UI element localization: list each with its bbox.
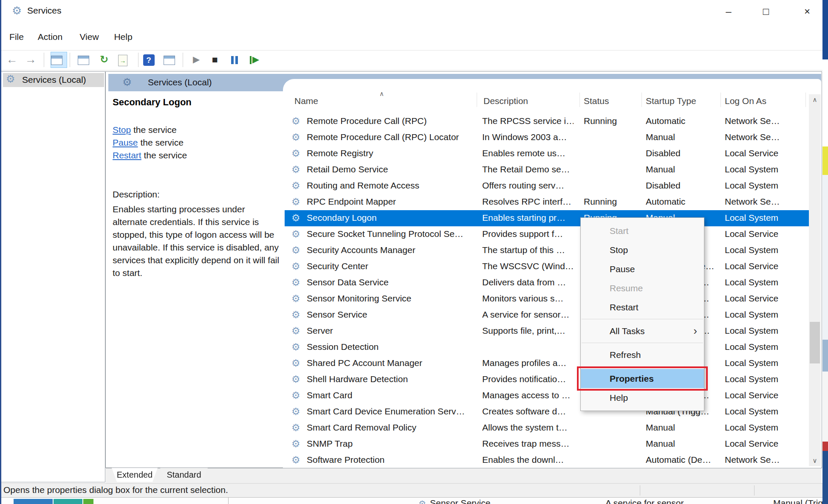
pause-link[interactable]: Pause [113, 138, 138, 147]
back-icon[interactable]: ← [4, 52, 20, 68]
menu-item-stop[interactable]: Stop [581, 240, 704, 259]
services-app-icon: ⚙ [12, 4, 22, 17]
menu-file[interactable]: File [6, 29, 27, 45]
table-row[interactable]: ⚙Remote Procedure Call (RPC) LocatorIn W… [285, 130, 809, 146]
background-window-sliver [822, 451, 828, 504]
table-row[interactable]: ⚙Sensor Data ServiceDelivers data from …… [285, 275, 809, 291]
pause-service-action: Pause the service [113, 138, 184, 148]
column-header-logon-as[interactable]: Log On As [725, 96, 766, 106]
table-row[interactable]: ⚙Shared PC Account ManagerManages profil… [285, 355, 809, 372]
show-hide-panes-icon[interactable] [161, 52, 177, 68]
service-startup-type: Automatic (De… [646, 455, 721, 465]
table-row[interactable]: ⚙Remote RegistryEnables remote us…Disabl… [285, 146, 809, 162]
table-row[interactable]: ⚙ServerSupports file, print,…Automatic (… [285, 323, 809, 339]
table-row[interactable]: ⚙Security CenterThe WSCSVC (Wind…Manual … [285, 259, 809, 275]
service-description: Enables remote us… [482, 148, 574, 158]
window-title: Services [27, 6, 62, 16]
menu-item-start: Start [581, 221, 704, 240]
menu-item-restart[interactable]: Restart [581, 298, 704, 317]
menu-item-refresh[interactable]: Refresh [581, 345, 704, 364]
tab-standard[interactable]: Standard [160, 468, 208, 482]
window-left-border [0, 0, 1, 504]
menu-item-pause[interactable]: Pause [581, 259, 704, 279]
restart-link[interactable]: Restart [113, 150, 141, 160]
status-bar-text: Opens the properties dialog box for the … [3, 485, 228, 495]
table-row[interactable]: ⚙Session DetectionLocal System [285, 339, 809, 355]
background-fragment: Sensor Service [430, 498, 490, 504]
column-header-startup-type[interactable]: Startup Type [646, 96, 696, 106]
background-window-sliver [822, 59, 828, 146]
table-row[interactable]: ⚙Sensor Monitoring ServiceMonitors vario… [285, 291, 809, 307]
menu-view[interactable]: View [76, 29, 102, 45]
show-console-tree-icon[interactable] [51, 52, 67, 68]
column-header-status[interactable]: Status [584, 96, 609, 106]
table-row[interactable]: ⚙Smart Card Removal PolicyAllows the sys… [285, 420, 809, 436]
scroll-up-icon[interactable]: ∧ [809, 94, 821, 105]
table-row[interactable]: ⚙RPC Endpoint MapperResolves RPC interf…… [285, 194, 809, 210]
stop-link[interactable]: Stop [113, 125, 131, 135]
scroll-down-icon[interactable]: ∨ [809, 455, 821, 466]
column-separator [477, 93, 477, 107]
close-button[interactable]: × [794, 3, 820, 20]
column-separator [641, 93, 642, 107]
export-list-icon[interactable]: → [115, 52, 130, 68]
menu-action[interactable]: Action [35, 29, 65, 45]
service-name: RPC Endpoint Mapper [307, 197, 479, 207]
column-header-name[interactable]: Name [294, 96, 318, 106]
table-row[interactable]: ⚙Routing and Remote AccessOffers routing… [285, 178, 809, 194]
service-logon-as: Local System [725, 422, 808, 433]
service-logon-as: Local System [725, 326, 808, 336]
service-rows: ⚙Remote Procedure Call (RPC)The RPCSS se… [285, 113, 809, 468]
service-gear-icon: ⚙ [291, 261, 300, 272]
table-row[interactable]: ⚙Security Accounts ManagerThe startup of… [285, 242, 809, 259]
selected-service-title: Secondary Logon [113, 97, 192, 108]
service-gear-icon: ⚙ [291, 390, 300, 401]
table-row[interactable]: ⚙Shell Hardware DetectionProvides notifi… [285, 372, 809, 388]
table-row[interactable]: ⚙Remote Procedure Call (RPC)The RPCSS se… [285, 113, 809, 130]
tab-extended[interactable]: Extended [112, 468, 158, 482]
table-row[interactable]: ⚙SNMP TrapReceives trap mess…ManualLocal… [285, 436, 809, 452]
column-separator [579, 93, 580, 107]
background-fragment: A service for sensor [605, 498, 684, 504]
service-description: Resolves RPC interf… [482, 197, 574, 207]
help-icon[interactable]: ? [141, 52, 156, 68]
table-row[interactable]: ⚙Retail Demo ServiceThe Retail Demo se…M… [285, 162, 809, 178]
vertical-scrollbar[interactable]: ∧ ∨ [809, 94, 821, 466]
service-description: The RPCSS service i… [482, 116, 574, 126]
table-row[interactable]: ⚙Smart Card Device Enumeration Serv…Crea… [285, 404, 809, 420]
service-name: Security Accounts Manager [307, 245, 479, 255]
console-tree-panel [1, 71, 105, 482]
table-row[interactable]: ⚙Software ProtectionEnables the downl…Au… [285, 452, 809, 468]
toolbar: ← → ↻ → ? ▶ ■ ▶ [0, 51, 828, 70]
start-service-icon[interactable]: ▶ [189, 52, 204, 68]
column-header-description[interactable]: Description [483, 96, 528, 106]
minimize-button[interactable]: – [716, 3, 741, 20]
menu-item-help[interactable]: Help [581, 388, 704, 407]
table-row[interactable]: ⚙Secure Socket Tunneling Protocol Se…Pro… [285, 226, 809, 242]
refresh-icon[interactable]: ↻ [96, 52, 112, 68]
service-name: Sensor Service [307, 310, 479, 320]
service-gear-icon: ⚙ [291, 422, 300, 434]
menu-item-properties[interactable]: Properties [581, 369, 704, 388]
table-row[interactable]: ⚙Sensor ServiceA service for sensor…Manu… [285, 307, 809, 323]
stop-service-icon[interactable]: ■ [207, 52, 223, 68]
table-row[interactable]: ⚙Smart CardManages access to …Manual (Tr… [285, 388, 809, 404]
background-window-sliver [822, 340, 828, 372]
service-description: Allows the system t… [482, 422, 574, 433]
table-row[interactable]: ⚙Secondary LogonEnables starting pr…Runn… [285, 210, 809, 226]
menu-item-all-tasks[interactable]: All Tasks› [581, 321, 704, 341]
pause-service-icon[interactable] [227, 52, 242, 68]
scroll-thumb[interactable] [810, 322, 820, 363]
service-gear-icon: ⚙ [291, 293, 300, 304]
service-gear-icon: ⚙ [291, 245, 300, 256]
menu-help[interactable]: Help [111, 29, 135, 45]
maximize-button[interactable]: □ [753, 3, 779, 20]
forward-icon[interactable]: → [23, 52, 38, 68]
restart-service-icon[interactable]: ▶ [246, 52, 262, 68]
properties-window-icon[interactable] [76, 52, 91, 68]
service-description: Monitors various s… [482, 293, 574, 304]
service-gear-icon: ⚙ [291, 438, 300, 450]
service-status: Running [584, 116, 636, 126]
service-name: Routing and Remote Access [307, 180, 479, 191]
service-logon-as: Network Se… [725, 197, 808, 207]
